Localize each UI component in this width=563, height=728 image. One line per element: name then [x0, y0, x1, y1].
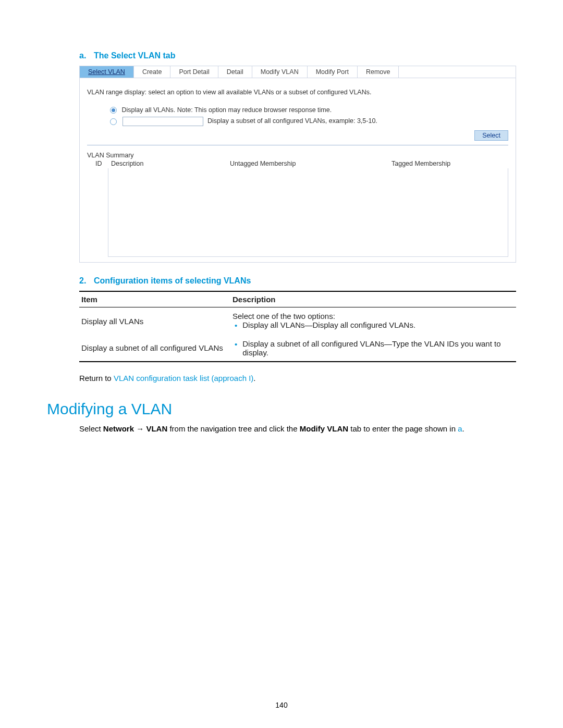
- tab-modify-port[interactable]: Modify Port: [308, 66, 358, 78]
- vlan-summary-title: VLAN Summary: [87, 152, 508, 159]
- bullet-icon: •: [232, 320, 242, 331]
- col-tagged: Tagged Membership: [391, 160, 508, 167]
- vlan-summary-columns: ID Description Untagged Membership Tagge…: [87, 160, 508, 168]
- col-untagged: Untagged Membership: [230, 160, 391, 167]
- config-th-desc: Description: [230, 291, 516, 307]
- radio-display-subset[interactable]: [110, 118, 117, 125]
- option-display-subset-label: Display a subset of all configured VLANs…: [207, 118, 377, 125]
- tab-detail[interactable]: Detail: [218, 66, 252, 78]
- cfg-bullet-1: Display all VLANs—Display all configured…: [242, 320, 415, 329]
- cfg-item-2: Display a subnet of all configured VLANs: [79, 335, 230, 362]
- modifying-vlan-paragraph: Select Network → VLAN from the navigatio…: [79, 423, 516, 435]
- radio-display-all[interactable]: [110, 107, 117, 114]
- table-row: Display a subnet of all configured VLANs…: [79, 335, 516, 362]
- tab-spacer: [399, 66, 516, 78]
- return-line: Return to VLAN configuration task list (…: [79, 374, 516, 382]
- tab-port-detail[interactable]: Port Detail: [170, 66, 218, 78]
- cfg-item-1: Display all VLANs: [79, 307, 230, 335]
- section-a-heading: a.The Select VLAN tab: [79, 51, 516, 60]
- return-link[interactable]: VLAN configuration task list (approach I…: [114, 374, 253, 382]
- table-row: Display all VLANs Select one of the two …: [79, 307, 516, 335]
- section-2-heading: 2.Configuration items of selecting VLANs: [79, 276, 516, 286]
- select-vlan-screenshot: Select VLAN Create Port Detail Detail Mo…: [79, 66, 516, 263]
- tab-modify-vlan[interactable]: Modify VLAN: [252, 66, 308, 78]
- vlan-summary-list: [108, 168, 508, 257]
- tab-select-vlan[interactable]: Select VLAN: [80, 66, 134, 78]
- cfg-desc-intro: Select one of the two options:: [232, 312, 514, 320]
- tab-create[interactable]: Create: [134, 66, 171, 78]
- tab-remove[interactable]: Remove: [358, 66, 399, 78]
- bullet-icon: •: [232, 339, 242, 350]
- subset-input[interactable]: [123, 117, 203, 126]
- page-number: 140: [0, 701, 563, 709]
- heading-modifying-vlan: Modifying a VLAN: [47, 400, 516, 418]
- col-id: ID: [87, 160, 111, 167]
- cfg-bullet-2: Display a subnet of all configured VLANs…: [242, 339, 514, 357]
- col-description: Description: [111, 160, 230, 167]
- select-button[interactable]: Select: [474, 130, 508, 141]
- config-th-item: Item: [79, 291, 230, 307]
- tab-bar: Select VLAN Create Port Detail Detail Mo…: [80, 66, 516, 78]
- link-a[interactable]: a: [458, 424, 462, 433]
- option-display-all-label: Display all VLANs. Note: This option may…: [121, 106, 332, 114]
- config-table: Item Description Display all VLANs Selec…: [79, 291, 516, 362]
- vlan-range-description: VLAN range display: select an option to …: [87, 89, 508, 96]
